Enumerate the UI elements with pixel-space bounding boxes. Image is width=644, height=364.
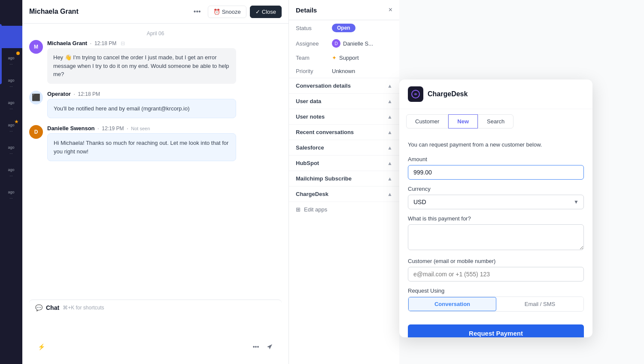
more-options-button[interactable]: ••• — [190, 5, 204, 18]
section-label: Recent conversations — [296, 129, 354, 135]
currency-select-wrapper: USD EUR GBP CAD ▼ — [408, 195, 584, 209]
chat-shortcut: ⌘+K for shortcuts — [63, 305, 276, 311]
snooze-icon: ⏰ — [213, 9, 220, 15]
avatar: ⬛ — [29, 91, 43, 104]
amount-input[interactable] — [408, 165, 584, 180]
assignee-row: Assignee D Danielle S... — [289, 36, 399, 51]
snooze-button[interactable]: ⏰ Snooze — [208, 6, 246, 18]
chat-type-label: Chat — [46, 304, 59, 311]
details-close-button[interactable]: × — [389, 6, 392, 14]
section-label: HubSpot — [296, 160, 319, 166]
chat-type-icon: 💬 — [35, 304, 43, 311]
sidebar-item-4[interactable]: ago... — [0, 95, 22, 117]
sidebar-item-1[interactable] — [0, 26, 22, 48]
more-options-button[interactable]: ••• — [250, 341, 262, 353]
team-row: Team ✦ Support — [289, 51, 399, 64]
section-salesforce[interactable]: Salesforce ▲ — [289, 140, 399, 155]
avatar: D — [29, 125, 43, 139]
sidebar-item-3[interactable]: ago... — [0, 72, 22, 95]
message-meta: Danielle Swenson · 12:19 PM · Not seen — [47, 125, 282, 132]
chargedesk-header: ChargeDesk — [399, 80, 592, 109]
section-label: Salesforce — [296, 144, 324, 151]
request-using-email-sms-button[interactable]: Email / SMS — [496, 297, 583, 311]
payment-for-label: What is this payment for? — [408, 215, 584, 222]
date-divider: April 06 — [29, 24, 282, 40]
chat-input-header: 💬 Chat ⌘+K for shortcuts — [35, 304, 276, 311]
customer-label: Customer (email or mobile number) — [408, 258, 584, 264]
currency-select[interactable]: USD EUR GBP CAD — [408, 195, 584, 209]
payment-for-field-group: What is this payment for? — [408, 215, 584, 252]
customer-field-group: Customer (email or mobile number) — [408, 258, 584, 281]
close-button[interactable]: ✓ Close — [250, 6, 282, 18]
section-mailchimp[interactable]: Mailchimp Subscribe ▲ — [289, 171, 399, 186]
chargedesk-description: You can request payment from a new custo… — [408, 141, 584, 149]
message-textarea[interactable] — [35, 315, 276, 336]
lightning-button[interactable]: ⚡ — [35, 341, 47, 353]
sidebar: ago... ago... ago... ago... ★ ago... ago… — [0, 0, 22, 364]
team-value: ✦ Support — [332, 55, 392, 61]
message-bubble: Hey 👋 I'm trying to cancel the order I j… — [47, 48, 236, 84]
grid-icon: ⊞ — [296, 206, 301, 213]
section-hubspot[interactable]: HubSpot ▲ — [289, 155, 399, 171]
message-time: 12:18 PM — [78, 91, 100, 97]
chevron-up-icon: ▲ — [387, 160, 392, 166]
priority-label: Priority — [296, 68, 327, 74]
request-using-label: Request Using — [408, 288, 584, 294]
section-label: Conversation details — [296, 83, 351, 89]
amount-label: Amount — [408, 156, 584, 162]
request-payment-button[interactable]: Request Payment — [408, 324, 584, 338]
chat-panel: Michaela Grant ••• ⏰ Snooze ✓ Close Apri… — [22, 0, 289, 364]
chargedesk-tabs: Customer New Search — [399, 109, 592, 134]
details-title: Details — [296, 6, 317, 14]
tab-search[interactable]: Search — [478, 114, 513, 128]
section-user-notes[interactable]: User notes ▲ — [289, 109, 399, 124]
send-button[interactable] — [264, 341, 276, 353]
section-user-data[interactable]: User data ▲ — [289, 93, 399, 109]
message-row: D Danielle Swenson · 12:19 PM · Not seen… — [29, 125, 282, 161]
request-using-conversation-button[interactable]: Conversation — [408, 297, 496, 311]
chargedesk-panel: ChargeDesk Customer New Search You can r… — [399, 80, 592, 337]
chat-footer-left: ⚡ — [35, 341, 47, 353]
copy-icon: ⊟ — [121, 40, 125, 46]
tab-customer[interactable]: Customer — [406, 114, 448, 128]
sidebar-item-5[interactable]: ago... ★ — [0, 117, 22, 139]
conversation-title: Michaela Grant — [29, 8, 187, 15]
priority-value: Unknown — [332, 68, 392, 74]
section-recent-conversations[interactable]: Recent conversations ▲ — [289, 124, 399, 140]
edit-apps-label: Edit apps — [304, 206, 327, 213]
section-label: Mailchimp Subscribe — [296, 175, 352, 182]
section-conversation-details[interactable]: Conversation details ▲ — [289, 78, 399, 93]
sidebar-item-7[interactable]: ago... — [0, 162, 22, 184]
message-bubble: Hi Michaela! Thanks so much for reaching… — [47, 133, 236, 161]
sender-name: Michaela Grant — [47, 40, 87, 46]
assignee-label: Assignee — [296, 40, 327, 47]
tab-new[interactable]: New — [448, 114, 478, 128]
assignee-value: D Danielle S... — [332, 39, 392, 48]
amount-field-group: Amount — [408, 156, 584, 180]
chat-text-input[interactable] — [35, 315, 276, 337]
request-using-group: Request Using Conversation Email / SMS — [408, 288, 584, 312]
messages-area: April 06 M Michaela Grant · 12:18 PM ⊟ H… — [22, 24, 289, 293]
message-bubble: You'll be notified here and by email (mg… — [47, 99, 236, 119]
status-row: Status Open — [289, 20, 399, 36]
status-label: Status — [296, 25, 327, 31]
message-content: Danielle Swenson · 12:19 PM · Not seen H… — [47, 125, 282, 161]
sender-name: Danielle Swenson — [47, 125, 95, 132]
chargedesk-logo — [408, 86, 423, 102]
currency-label: Currency — [408, 186, 584, 192]
message-row: M Michaela Grant · 12:18 PM ⊟ Hey 👋 I'm … — [29, 40, 282, 84]
chat-header: Michaela Grant ••• ⏰ Snooze ✓ Close — [22, 0, 289, 24]
chevron-up-icon: ▲ — [387, 129, 392, 135]
message-content: Michaela Grant · 12:18 PM ⊟ Hey 👋 I'm tr… — [47, 40, 282, 84]
sidebar-item-8[interactable]: ago... — [0, 184, 22, 206]
edit-apps-row[interactable]: ⊞ Edit apps — [289, 202, 399, 217]
operator-icon: ⬛ — [32, 93, 40, 101]
chevron-up-icon: ▲ — [387, 145, 392, 151]
request-using-toggle: Conversation Email / SMS — [408, 297, 584, 312]
chat-footer-right: ••• — [250, 341, 276, 353]
sidebar-item-6[interactable]: ago... — [0, 139, 22, 162]
payment-for-textarea[interactable] — [408, 224, 584, 250]
customer-input[interactable] — [408, 267, 584, 281]
section-chargedesk[interactable]: ChargeDesk ▲ — [289, 186, 399, 202]
sidebar-item-2[interactable]: ago... — [0, 50, 22, 72]
